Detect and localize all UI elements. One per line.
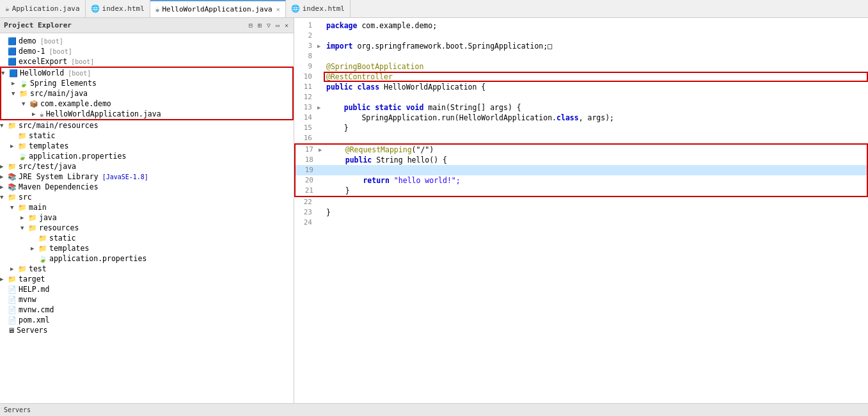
tree-item-static2[interactable]: 📁static: [0, 233, 294, 243]
tab-index-html-2[interactable]: 🌐index.html: [286, 0, 351, 17]
code-line-15: 15 }: [294, 123, 868, 133]
tree-item-icon: 🟦: [9, 69, 18, 77]
tab-index-html-1[interactable]: 🌐index.html: [86, 0, 150, 17]
code-line-12: 12: [294, 92, 868, 102]
tree-item-appProperties[interactable]: 🍃application.properties: [0, 151, 294, 161]
tree-item-java[interactable]: ▶📁java: [0, 212, 294, 223]
tree-item-test[interactable]: ▶📁test: [0, 264, 294, 274]
line-number: 11: [294, 82, 317, 92]
view-menu-btn[interactable]: ▽: [265, 22, 272, 29]
code-line-3: 3▶import org.springframework.boot.Spring…: [294, 41, 868, 51]
collapse-all-btn[interactable]: ⊟: [248, 22, 254, 29]
main-layout: Project Explorer ⊟ ⊞ ▽ ▭ ✕ 🟦demo [boot]🟦…: [0, 18, 868, 403]
tree-item-HelloWorldApp[interactable]: ▶☕HelloWorldApplication.java: [1, 109, 292, 119]
tree-item-label: src/test/java: [19, 162, 76, 171]
code-line-10: 10@RestController: [294, 72, 868, 82]
tree-item-icon: ☕: [40, 110, 44, 118]
tree-item-icon: 📁: [28, 214, 37, 222]
tree-item-demo[interactable]: 🟦demo [boot]: [0, 36, 294, 46]
tree-item-tag: [JavaSE-1.8]: [99, 173, 148, 180]
tree-item-tag: [boot]: [64, 70, 91, 77]
tree-arrow: ▶: [32, 111, 40, 117]
tab-label: HelloWorldApplication.java: [162, 5, 272, 13]
tree-item-label: com.example.demo: [40, 99, 111, 108]
tab-close-btn[interactable]: ✕: [276, 6, 280, 13]
close-btn[interactable]: ✕: [283, 22, 290, 29]
line-number: 12: [294, 92, 317, 102]
minimize-btn[interactable]: ▭: [274, 22, 281, 29]
tree-item-icon: 📁: [18, 132, 27, 140]
tree-item-templates1[interactable]: ▶📁templates: [0, 141, 294, 151]
line-number: 18: [296, 155, 319, 165]
tree-item-HelloWorld[interactable]: ▼🟦HelloWorld [boot]: [1, 68, 292, 78]
tree-item-mavenDeps[interactable]: ▶📚Maven Dependencies: [0, 182, 294, 192]
tree-arrow: ▶: [0, 184, 8, 190]
tree-item-srcTestJava[interactable]: ▶📁src/test/java: [0, 161, 294, 172]
code-line-11: 11public class HelloWorldApplication {: [294, 82, 868, 92]
tree-item-icon: 📄: [8, 285, 17, 294]
tree-item-comExampleDemo[interactable]: ▼📦com.example.demo: [1, 99, 292, 109]
tree-item-SpringElements[interactable]: ▶🍃Spring Elements: [1, 78, 292, 88]
line-content: public class HelloWorldApplication {: [326, 82, 485, 92]
code-line-9: 9@SpringBootApplication: [294, 61, 868, 72]
html-icon: 🌐: [91, 4, 100, 13]
tree-item-icon: 📄: [8, 316, 17, 324]
tree-item-pomXml[interactable]: 📄pom.xml: [0, 315, 294, 325]
tree-item-label: Servers: [17, 326, 47, 335]
tree-item-excelExport[interactable]: 🟦excelExport [boot]: [0, 56, 294, 67]
tree-item-icon: 📁: [8, 275, 17, 284]
line-content: return "hello world!";: [327, 175, 461, 186]
tree-item-src[interactable]: ▼📁src: [0, 192, 294, 202]
tree-item-icon: 📁: [8, 193, 17, 202]
tree-item-static1[interactable]: 📁static: [0, 131, 294, 141]
tree-item-resources[interactable]: ▼📁resources: [0, 223, 294, 233]
line-number: 15: [294, 123, 317, 133]
tree-item-icon: 🍃: [19, 79, 28, 88]
tree-item-srcMainResources[interactable]: ▼📁src/main/resources: [0, 120, 294, 131]
tree-item-icon: 📁: [8, 122, 17, 130]
tree-item-target[interactable]: ▶📁target: [0, 274, 294, 284]
tree-item-icon: 🍃: [38, 255, 47, 263]
tree-arrow: ▶: [20, 214, 28, 221]
tree-arrow: ▼: [12, 90, 19, 97]
line-fold-arrow[interactable]: ▶: [317, 102, 326, 113]
line-number: 20: [296, 175, 319, 186]
tree-item-helpMd[interactable]: 📄HELP.md: [0, 284, 294, 294]
tree-item-label: static: [29, 131, 56, 140]
tab-helloworld-java[interactable]: ☕HelloWorldApplication.java✕: [150, 0, 286, 17]
line-fold-arrow[interactable]: ▶: [319, 145, 327, 155]
tree-item-icon: 📁: [18, 265, 27, 273]
tree-item-icon: 📁: [38, 244, 47, 253]
status-text: Servers: [4, 406, 31, 413]
tree-item-jreSystem[interactable]: ▶📚JRE System Library [JavaSE-1.8]: [0, 172, 294, 182]
tree-arrow: ▶: [12, 80, 19, 86]
tree-item-label: main: [29, 203, 47, 212]
tree-arrow: ▶: [0, 163, 8, 170]
link-with-editor-btn[interactable]: ⊞: [256, 22, 263, 29]
line-number: 13: [294, 102, 317, 113]
tree-item-templates2[interactable]: ▶📁templates: [0, 243, 294, 253]
tree-item-mvnwCmd[interactable]: 📄mvnw.cmd: [0, 305, 294, 315]
tab-application-java[interactable]: ☕Application.java: [0, 0, 86, 17]
tree-item-main[interactable]: ▼📁main: [0, 202, 294, 212]
tree-item-srcMainJava[interactable]: ▼📁src/main/java: [1, 88, 292, 99]
code-line-18: 18 public String hello() {: [296, 155, 867, 165]
tree-item-servers[interactable]: 🖥Servers: [0, 325, 294, 335]
line-content: }: [326, 207, 331, 218]
explorer-title: Project Explorer: [4, 21, 72, 29]
tree-item-label: templates: [29, 141, 68, 150]
tree-item-icon: 🟦: [8, 58, 17, 66]
tree-item-appProperties2[interactable]: 🍃application.properties: [0, 253, 294, 264]
code-area: 1package com.example.demo;23▶import org.…: [294, 18, 868, 403]
tree-item-mvnw[interactable]: 📄mvnw: [0, 294, 294, 305]
tree-item-icon: 📄: [8, 296, 17, 304]
tree-item-icon: 📚: [8, 183, 17, 191]
tree-arrow: ▼: [22, 100, 29, 107]
line-number: 3: [294, 41, 317, 51]
line-content: SpringApplication.run(HelloWorldApplicat…: [326, 113, 614, 123]
line-fold-arrow[interactable]: ▶: [317, 41, 326, 51]
tree-item-demo1[interactable]: 🟦demo-1 [boot]: [0, 46, 294, 56]
tree-item-label: src: [19, 193, 32, 202]
tree-item-label: resources: [39, 223, 79, 232]
line-number: 16: [294, 133, 317, 143]
